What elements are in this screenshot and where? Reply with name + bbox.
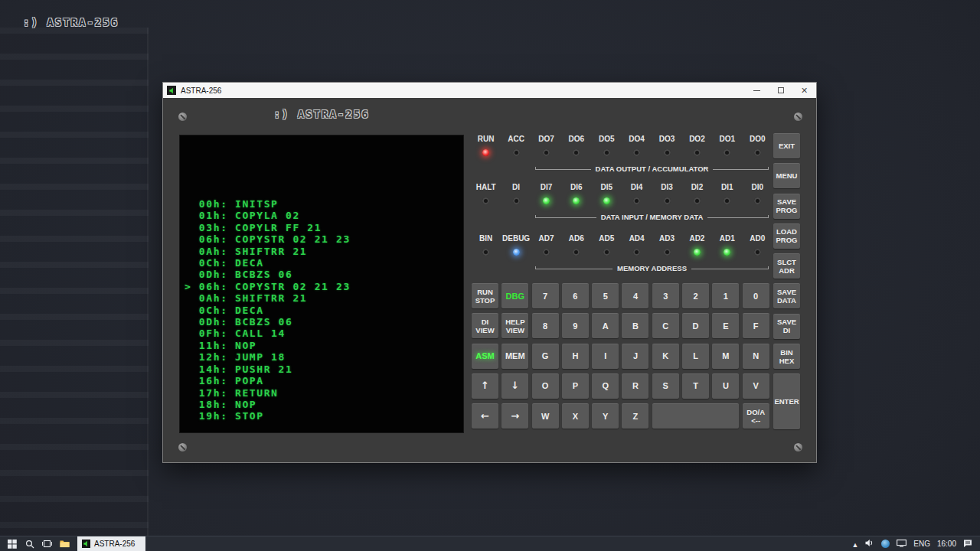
key-n[interactable]: N <box>743 344 769 369</box>
key-o[interactable]: O <box>532 373 559 399</box>
key-c[interactable]: C <box>652 313 679 338</box>
led-label: DO7 <box>538 135 554 144</box>
maximize-button[interactable] <box>769 83 792 98</box>
key-m[interactable]: M <box>712 344 739 369</box>
key-g[interactable]: G <box>532 344 559 369</box>
led-indicator-ad5 <box>603 249 610 256</box>
key-dbg[interactable]: DBG <box>501 283 528 308</box>
key-do-a[interactable]: DO/A <-- <box>743 403 769 429</box>
key-w[interactable]: W <box>532 403 559 429</box>
key-i[interactable]: I <box>592 344 619 369</box>
led-label: DI7 <box>541 183 553 192</box>
astra-256-window: ASTRA-256 ✕ :) ASTRA-256 00h: INITSP 01h… <box>162 82 817 463</box>
key-6[interactable]: 6 <box>562 283 589 308</box>
network-display-icon[interactable] <box>897 539 906 549</box>
led-row-data-input: HALTDIDI7DI6DI5DI4DI3DI2DI1DI0DATA INPUT… <box>471 183 773 230</box>
minimize-button[interactable] <box>745 83 769 98</box>
key-4[interactable]: 4 <box>622 283 648 308</box>
key-8[interactable]: 8 <box>532 313 559 338</box>
key-k[interactable]: K <box>652 344 679 369</box>
taskbar-app-astra-256[interactable]: ASTRA-256 <box>77 536 145 551</box>
led-col-di: DI <box>501 183 531 204</box>
key-arrow-right[interactable]: → <box>501 403 528 429</box>
key-2[interactable]: 2 <box>682 283 709 308</box>
side-button-exit[interactable]: EXIT <box>773 133 800 158</box>
key-r[interactable]: R <box>622 373 648 399</box>
key-9[interactable]: 9 <box>562 313 589 338</box>
led-col-di2: DI2 <box>682 183 712 204</box>
led-label: DI4 <box>631 183 643 192</box>
key-run-stop[interactable]: RUN STOP <box>472 283 498 308</box>
key-d[interactable]: D <box>682 313 709 338</box>
side-button-save-prog[interactable]: SAVE PROG <box>773 194 800 219</box>
key-j[interactable]: J <box>622 344 648 369</box>
side-button-load-prog[interactable]: LOAD PROG <box>773 223 800 249</box>
side-button-bin-hex[interactable]: BIN HEX <box>773 344 800 369</box>
key-di-view[interactable]: DI VIEW <box>472 313 498 338</box>
key-u[interactable]: U <box>712 373 739 399</box>
close-button[interactable]: ✕ <box>792 83 816 98</box>
led-col-di4: DI4 <box>622 183 652 204</box>
key-t[interactable]: T <box>682 373 709 399</box>
screw-icon <box>178 443 187 452</box>
key-q[interactable]: Q <box>592 373 619 399</box>
key-help-view[interactable]: HELP VIEW <box>501 313 528 338</box>
led-label: DI2 <box>691 183 704 192</box>
led-label: AD4 <box>629 234 645 243</box>
key-e[interactable]: E <box>712 313 739 338</box>
window-titlebar[interactable]: ASTRA-256 ✕ <box>163 83 816 98</box>
led-row-memory-address: BINDEBUGAD7AD6AD5AD4AD3AD2AD1AD0MEMORY A… <box>471 234 773 282</box>
key-arrow-left[interactable]: ← <box>472 403 498 429</box>
key-7[interactable]: 7 <box>532 283 559 308</box>
key-f[interactable]: F <box>743 313 769 338</box>
key-5[interactable]: 5 <box>592 283 619 308</box>
led-label: AD7 <box>538 234 554 243</box>
action-center-icon[interactable] <box>963 539 972 549</box>
led-indicator-do4 <box>633 149 640 156</box>
key-1[interactable]: 1 <box>712 283 739 308</box>
led-label: BIN <box>479 234 492 243</box>
key-x[interactable]: X <box>562 403 589 429</box>
search-icon[interactable] <box>21 536 38 551</box>
led-col-di5: DI5 <box>592 183 622 204</box>
side-button-enter[interactable]: ENTER <box>773 373 800 429</box>
volume-icon[interactable] <box>865 539 874 549</box>
key-arrow-up[interactable]: ↑ <box>472 373 498 399</box>
key-y[interactable]: Y <box>592 403 619 429</box>
led-col-acc: ACC <box>501 135 531 156</box>
led-col-ad2: AD2 <box>682 234 712 256</box>
key-0[interactable]: 0 <box>743 283 769 308</box>
led-label: DO4 <box>629 135 645 144</box>
language-indicator[interactable]: ENG <box>913 540 930 548</box>
key-a[interactable]: A <box>592 313 619 338</box>
start-button[interactable] <box>3 536 21 551</box>
side-button-save-data[interactable]: SAVE DATA <box>773 283 800 308</box>
side-button-save-di[interactable]: SAVE DI <box>773 314 800 339</box>
file-explorer-icon[interactable] <box>56 536 74 551</box>
taskbar-app-label: ASTRA-256 <box>94 540 135 548</box>
key-z[interactable]: Z <box>622 403 648 429</box>
key-h[interactable]: H <box>562 344 589 369</box>
led-col-do0: DO0 <box>743 135 773 156</box>
key-mem[interactable]: MEM <box>501 344 528 369</box>
key-b[interactable]: B <box>622 313 648 338</box>
led-col-do4: DO4 <box>622 135 652 156</box>
led-label: AD5 <box>599 234 614 243</box>
key-arrow-down[interactable]: ↓ <box>501 373 528 399</box>
led-indicator-do5 <box>603 149 610 156</box>
led-group-bracket: DATA INPUT / MEMORY DATA <box>535 213 769 222</box>
tray-app-icon[interactable] <box>881 540 890 548</box>
key-p[interactable]: P <box>562 373 589 399</box>
side-button-menu[interactable]: MENU <box>773 163 800 188</box>
key-space[interactable] <box>652 403 740 429</box>
key-asm[interactable]: ASM <box>472 344 498 369</box>
clock[interactable]: 16:00 <box>937 540 956 548</box>
key-l[interactable]: L <box>682 344 709 369</box>
side-button-slct-adr[interactable]: SLCT ADR <box>773 253 800 279</box>
tray-chevron-up-icon[interactable]: ▲ <box>851 541 858 549</box>
key-s[interactable]: S <box>652 373 679 399</box>
key-3[interactable]: 3 <box>652 283 679 308</box>
task-view-icon[interactable] <box>38 536 56 551</box>
led-col-ad7: AD7 <box>531 234 561 256</box>
key-v[interactable]: V <box>743 373 769 399</box>
